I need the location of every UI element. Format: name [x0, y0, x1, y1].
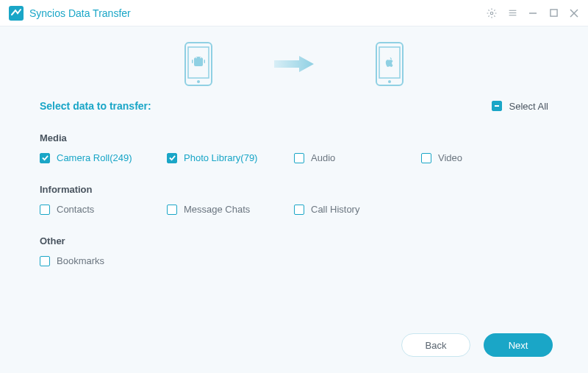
item-audio[interactable]: Audio: [294, 152, 421, 163]
maximize-icon[interactable]: [548, 8, 559, 18]
checkbox-audio[interactable]: [294, 153, 304, 163]
app-logo-icon: [9, 6, 24, 21]
section-other-title: Other: [40, 235, 548, 246]
titlebar: Syncios Data Transfer: [0, 0, 588, 26]
media-grid: Camera Roll(249) Photo Library(79) Audio: [40, 152, 548, 163]
checkbox-contacts[interactable]: [40, 205, 50, 215]
item-label: Video: [438, 152, 462, 163]
checkbox-video[interactable]: [421, 153, 431, 163]
item-camera-roll[interactable]: Camera Roll(249): [40, 152, 167, 163]
other-grid: Bookmarks: [40, 255, 548, 266]
section-information-title: Information: [40, 184, 548, 195]
item-label: Message Chats: [184, 204, 250, 215]
section-information: Information Contacts Message Chats: [40, 184, 548, 215]
transfer-arrow-icon: [272, 53, 316, 75]
svg-point-18: [388, 80, 391, 83]
checkbox-camera-roll[interactable]: [40, 153, 50, 163]
section-media-title: Media: [40, 132, 548, 143]
svg-point-11: [197, 80, 200, 83]
next-button[interactable]: Next: [484, 333, 553, 357]
app-title: Syncios Data Transfer: [29, 7, 131, 19]
item-video[interactable]: Video: [421, 152, 548, 163]
device-transfer-row: [0, 26, 588, 100]
svg-rect-6: [550, 10, 556, 16]
content-area: Select data to transfer: Select All Medi…: [0, 100, 588, 300]
checkbox-photo-library[interactable]: [167, 153, 177, 163]
settings-icon[interactable]: [487, 8, 497, 18]
svg-rect-15: [204, 60, 206, 63]
item-contacts[interactable]: Contacts: [40, 204, 167, 215]
checkbox-call-history[interactable]: [294, 205, 304, 215]
item-label: Audio: [311, 152, 335, 163]
minimize-icon[interactable]: [528, 8, 538, 18]
svg-point-12: [196, 57, 197, 59]
information-grid: Contacts Message Chats Call History: [40, 204, 548, 215]
svg-rect-0: [9, 6, 24, 21]
select-data-heading: Select data to transfer:: [40, 100, 151, 112]
menu-icon[interactable]: [507, 8, 517, 18]
item-message-chats[interactable]: Message Chats: [167, 204, 294, 215]
item-label: Camera Roll(249): [57, 152, 132, 163]
item-label: Bookmarks: [57, 255, 104, 266]
section-media: Media Camera Roll(249) Photo Library(79): [40, 132, 548, 163]
section-other: Other Bookmarks: [40, 235, 548, 266]
select-all-checkbox[interactable]: [492, 101, 502, 111]
target-device-ios-icon: [375, 41, 404, 87]
item-label: Photo Library(79): [184, 152, 257, 163]
close-icon[interactable]: [569, 8, 579, 18]
checkbox-bookmarks[interactable]: [40, 256, 50, 266]
window-controls: [487, 8, 579, 18]
svg-point-13: [200, 57, 201, 59]
item-bookmarks[interactable]: Bookmarks: [40, 255, 167, 266]
app-logo: Syncios Data Transfer: [9, 6, 131, 21]
select-all[interactable]: Select All: [492, 101, 548, 112]
source-device-android-icon: [184, 41, 213, 87]
select-all-label: Select All: [509, 101, 548, 112]
item-label: Contacts: [57, 204, 94, 215]
footer-buttons: Back Next: [401, 333, 553, 357]
item-call-history[interactable]: Call History: [294, 204, 421, 215]
item-label: Call History: [311, 204, 359, 215]
checkbox-message-chats[interactable]: [167, 205, 177, 215]
svg-rect-14: [192, 60, 193, 63]
back-button[interactable]: Back: [401, 333, 470, 357]
svg-point-1: [490, 12, 493, 15]
header-row: Select data to transfer: Select All: [40, 100, 548, 112]
item-photo-library[interactable]: Photo Library(79): [167, 152, 294, 163]
